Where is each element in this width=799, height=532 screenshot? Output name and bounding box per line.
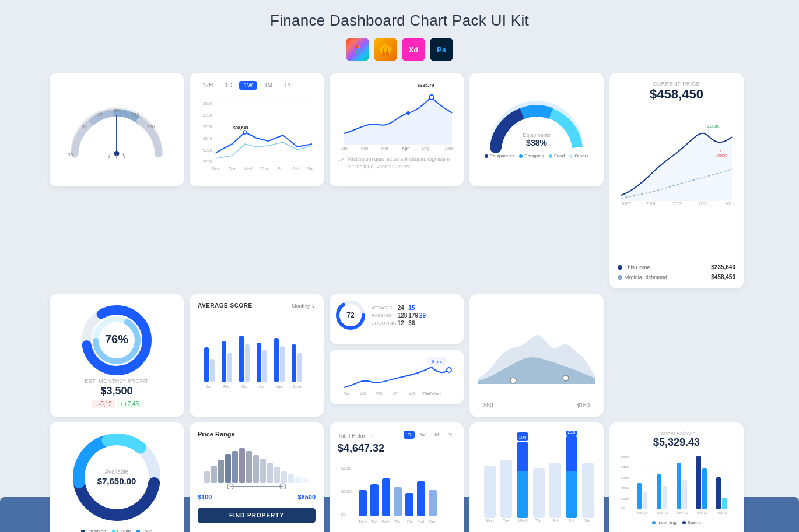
tab-1d[interactable]: 1D	[220, 81, 237, 90]
price-range-svg	[198, 442, 316, 489]
svg-text:Feb: Feb	[361, 146, 368, 150]
mountain-card: $50 $150	[469, 294, 604, 417]
range-labels: $100 $8500	[198, 494, 316, 501]
balance-tabs: D W M Y	[404, 431, 455, 439]
svg-text:Thu: Thu	[535, 519, 542, 523]
svg-rect-175	[682, 480, 687, 509]
tab-1m[interactable]: 1M	[260, 81, 277, 90]
svg-text:Fri: Fri	[407, 520, 412, 524]
row-2: 76% EST. MONTHLY PROFIT $3,500 ↓ -0,12 ↑…	[50, 294, 749, 417]
mountain-left-label: $50	[483, 402, 493, 408]
svg-text:$1000: $1000	[341, 489, 353, 494]
trending-icon	[338, 156, 344, 165]
svg-rect-99	[211, 466, 217, 483]
svg-text:Mar: Mar	[381, 146, 389, 150]
donut-avail-legend: Shopping Health Food	[81, 529, 152, 532]
svg-text:Tue: Tue	[503, 519, 510, 523]
profit-amount: $3,500	[100, 385, 132, 397]
svg-text:Mon: Mon	[212, 167, 220, 171]
svg-text:2017: 2017	[621, 202, 630, 206]
svg-text:110: 110	[132, 111, 140, 117]
svg-rect-171	[643, 492, 647, 509]
row-1: 30 60 70 90 110 130 12H 1D 1W 1M	[50, 73, 749, 288]
svg-rect-69	[239, 336, 244, 382]
svg-rect-110	[288, 474, 294, 483]
svg-point-96	[510, 378, 516, 383]
current-balance-svg: $500 $400 $300 $200 $100 $0	[618, 451, 735, 515]
find-property-button[interactable]: FIND PROPERTY	[198, 508, 316, 523]
time-tabs: 12H 1D 1W 1M 1Y	[198, 81, 316, 90]
svg-text:Sat: Sat	[293, 167, 299, 171]
tab-1y[interactable]: 1Y	[279, 81, 296, 90]
arrow-up-icon: ↑	[120, 401, 123, 407]
svg-text:$100: $100	[621, 497, 629, 501]
current-balance-value: $5,329.43	[618, 436, 735, 449]
donut-legend: Equipments Shopping Food Others	[485, 153, 588, 158]
svg-rect-170	[637, 483, 642, 509]
svg-rect-121	[382, 478, 390, 516]
svg-rect-120	[370, 484, 379, 516]
svg-text:2019: 2019	[672, 202, 682, 206]
area-chart-svg: $385.70 Jan Feb Mar Apr May June	[338, 81, 455, 151]
svg-rect-140	[549, 463, 561, 518]
balance-tab-d[interactable]: D	[404, 431, 415, 439]
svg-text:$500: $500	[621, 455, 629, 459]
svg-rect-73	[274, 338, 279, 382]
svg-rect-172	[657, 474, 661, 509]
balance-tab-w[interactable]: W	[417, 431, 429, 439]
svg-text:Sat: Sat	[569, 519, 575, 523]
svg-text:$38,643: $38,643	[233, 126, 248, 131]
avg-score-title: AVERAGE SCORE	[198, 302, 253, 309]
svg-rect-122	[394, 487, 402, 516]
speedometer-chart: 30 60 70 90 110 130	[64, 101, 169, 159]
area-chart-desc: Vestibulum quis lectus sollicitudin, dig…	[338, 156, 455, 170]
price-range-title: Price Range	[198, 431, 316, 438]
svg-text:W4: W4	[393, 392, 399, 396]
svg-text:$300: $300	[203, 101, 212, 105]
balance-tab-y[interactable]: Y	[445, 431, 455, 439]
stats-circle-svg: 72	[335, 300, 366, 330]
tab-12h[interactable]: 12H	[198, 81, 218, 90]
arrow-down-icon: ↓	[94, 401, 97, 407]
svg-rect-68	[227, 353, 232, 382]
svg-text:Sun: Sun	[584, 519, 592, 523]
svg-rect-125	[429, 490, 437, 516]
svg-text:Nov 21: Nov 21	[716, 511, 728, 515]
svg-text:Feb: Feb	[223, 385, 230, 389]
avg-score-card: AVERAGE SCORE Monthly ∨ Jan Feb	[190, 294, 324, 417]
tab-1w[interactable]: 1W	[239, 81, 257, 90]
svg-text:Thu: Thu	[394, 520, 401, 524]
svg-text:Fri: Fri	[553, 519, 558, 523]
balance-tab-m[interactable]: M	[431, 431, 443, 439]
total-balance-card: Total Balance D W M Y $4,647.32 $2000 $1…	[330, 422, 464, 532]
svg-rect-67	[222, 341, 226, 382]
svg-rect-176	[696, 456, 701, 509]
mountain-svg	[478, 302, 595, 384]
svg-text:Apr: Apr	[402, 146, 409, 151]
svg-text:Equipments: Equipments	[523, 132, 551, 138]
svg-text:June: June	[444, 146, 453, 150]
svg-rect-74	[280, 346, 285, 382]
svg-text:W1: W1	[344, 392, 351, 396]
svg-text:-$20K: -$20K	[716, 154, 727, 158]
svg-rect-103	[239, 448, 245, 483]
total-balance-svg: $2000 $1000 $0 Mon Tue Wed Thu Fri Sat S…	[338, 458, 455, 528]
svg-text:2021: 2021	[725, 202, 734, 206]
svg-text:6 hrs: 6 hrs	[432, 359, 442, 364]
mountain-right-label: $150	[577, 402, 590, 408]
price-card-value: $458,450	[618, 87, 735, 102]
svg-text:Jan: Jan	[341, 146, 347, 150]
svg-text:Fri: Fri	[278, 167, 283, 171]
svg-point-39	[429, 95, 434, 100]
svg-text:Wed: Wed	[382, 520, 390, 524]
price-card-label: CURRENT PRICE	[618, 81, 735, 87]
svg-text:Nov 20: Nov 20	[696, 511, 708, 515]
bar-chart-week-card: 104 216 Mon Tue Wed Thu Fri Sat Sun	[469, 422, 604, 532]
row-3: Price Range	[50, 422, 749, 532]
svg-rect-104	[246, 451, 252, 483]
svg-text:Wed: Wed	[518, 519, 527, 523]
avg-score-svg: Jan Feb Mar Apr May June	[198, 312, 316, 394]
svg-rect-72	[262, 350, 267, 382]
donut-avail-svg: Available $7,650.00	[70, 431, 163, 524]
svg-text:Apr: Apr	[259, 385, 266, 389]
